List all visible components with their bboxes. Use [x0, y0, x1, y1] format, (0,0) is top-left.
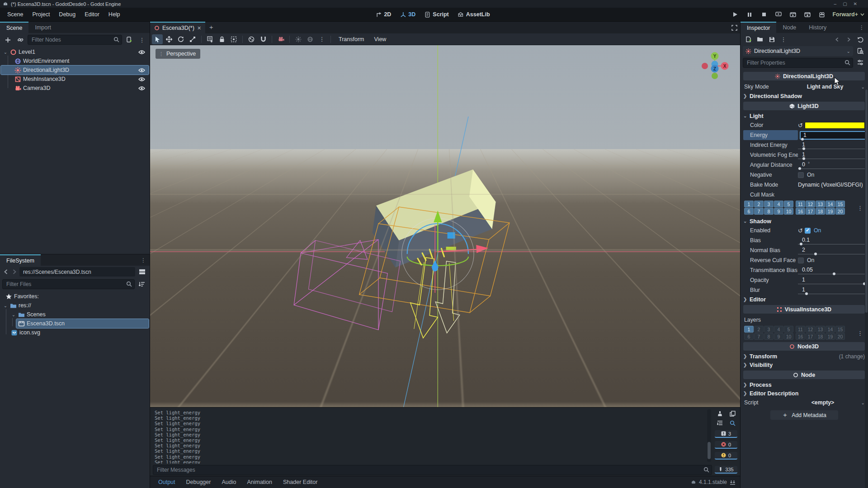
mask-cell-14[interactable]: 14 [826, 326, 835, 333]
mask-cell-13[interactable]: 13 [816, 201, 825, 207]
section-directional-shadow[interactable]: ❯Directional Shadow [743, 92, 865, 100]
energy-input[interactable] [800, 131, 868, 140]
collapse-duplicates-button[interactable] [715, 419, 725, 427]
scale-tool-button[interactable] [187, 34, 198, 44]
energy-slider-grabber[interactable] [801, 138, 804, 141]
inspector-dock-options-button[interactable]: ⋮ [855, 24, 868, 31]
mask-cell-19[interactable]: 19 [826, 208, 835, 215]
tree-row-level1[interactable]: ⌄ Level1 [1, 47, 149, 56]
bake-mode-dropdown[interactable]: Dynamic (VoxelGI/SDFGI) [798, 182, 865, 188]
view-menu[interactable]: View [370, 34, 391, 44]
section-transform[interactable]: ❯Transform (1 change) [743, 352, 865, 361]
tab-animation[interactable]: Animation [241, 479, 278, 485]
fs-row-scenes[interactable]: ⌄ Scenes [1, 310, 149, 319]
selectable-list-button[interactable] [205, 34, 216, 44]
group-button[interactable] [228, 34, 239, 44]
section-editor-description[interactable]: ❯Editor Description [743, 389, 865, 398]
preview-environment-button[interactable] [305, 34, 316, 44]
errors-filter-badge[interactable]: 0 [715, 441, 737, 449]
bias-slider[interactable]: 0.1 [798, 237, 865, 244]
mask-cell-12[interactable]: 12 [806, 201, 815, 207]
mask-cell-19[interactable]: 19 [826, 333, 835, 340]
script-dropdown[interactable]: <empty> ⌄ [798, 399, 865, 406]
expand-viewport-button[interactable] [731, 25, 737, 31]
inspector-scrollbar[interactable] [865, 89, 868, 488]
workspace-script[interactable]: Script [425, 11, 448, 18]
mask-cell-13[interactable]: 13 [816, 326, 825, 333]
tab-import[interactable]: Import [28, 22, 57, 33]
copy-output-button[interactable] [727, 409, 737, 418]
scene-tab-escena3d[interactable]: Escena3D(*) ✕ [150, 22, 205, 33]
section-shadow[interactable]: ⌄Shadow [743, 217, 865, 225]
search-output-button[interactable] [727, 419, 737, 427]
viewport-3d[interactable]: ⋮ Perspective Y X Z [150, 45, 740, 407]
workspace-assetlib[interactable]: AssetLib [458, 11, 490, 18]
mask-cell-18[interactable]: 18 [816, 208, 825, 215]
new-resource-button[interactable] [743, 34, 754, 44]
tab-audio[interactable]: Audio [216, 479, 241, 485]
mask-cell-2[interactable]: 2 [754, 201, 764, 207]
perspective-button[interactable]: ⋮ Perspective [156, 49, 200, 59]
mask-cell-8[interactable]: 8 [764, 208, 774, 215]
lock-button[interactable] [217, 34, 227, 44]
collapse-arrow-icon[interactable]: ⌄ [3, 50, 8, 55]
messages-filter-badge[interactable]: 3 [715, 430, 737, 438]
pause-button[interactable] [745, 11, 754, 18]
mask-cell-7[interactable]: 7 [754, 333, 764, 340]
workspace-3d[interactable]: 3D [400, 11, 415, 18]
preview-options-button[interactable]: ⋮ [316, 34, 327, 44]
indirect-energy-slider[interactable]: 1 [798, 141, 865, 149]
history-list-button[interactable] [855, 34, 866, 44]
menu-editor[interactable]: Editor [80, 8, 104, 21]
load-resource-button[interactable] [755, 34, 765, 44]
filter-nodes-input[interactable] [28, 35, 122, 45]
mask-cell-20[interactable]: 20 [835, 208, 845, 215]
tab-scene[interactable]: Scene [0, 22, 28, 33]
scene-tree-options-button[interactable]: ⋮ [137, 35, 147, 45]
category-light3d[interactable]: Light3D [743, 102, 865, 110]
mask-cell-10[interactable]: 10 [784, 208, 793, 215]
close-button[interactable]: ✕ [854, 1, 857, 6]
menu-project[interactable]: Project [28, 8, 54, 21]
angular-distance-slider[interactable]: 0 ° [798, 161, 865, 169]
visibility-eye-icon[interactable] [138, 86, 145, 91]
tab-history[interactable]: History [802, 22, 833, 33]
fs-row-favorites[interactable]: Favorites: [1, 292, 149, 301]
attach-script-button[interactable] [124, 35, 135, 45]
collapse-arrow-icon[interactable]: ⌄ [3, 303, 8, 308]
play-scene-button[interactable] [789, 11, 797, 18]
visibility-eye-icon[interactable] [138, 68, 145, 73]
section-process[interactable]: ❯Process [743, 380, 865, 389]
save-resource-button[interactable] [766, 34, 777, 44]
mask-cell-5[interactable]: 5 [784, 201, 793, 207]
movie-maker-button[interactable] [818, 11, 826, 18]
mask-cell-9[interactable]: 9 [774, 208, 783, 215]
mask-cell-9[interactable]: 9 [774, 333, 783, 340]
mask-cell-3[interactable]: 3 [764, 326, 774, 333]
mask-cell-20[interactable]: 20 [835, 333, 845, 340]
clear-output-button[interactable] [715, 409, 725, 418]
tab-debugger[interactable]: Debugger [181, 479, 217, 485]
mask-cell-1[interactable]: 1 [744, 201, 754, 207]
revert-icon[interactable]: ↺ [798, 227, 803, 234]
snap-toggle-button[interactable] [258, 34, 269, 44]
tree-row-meshinstance3d[interactable]: MeshInstance3D [1, 75, 149, 84]
transform-menu[interactable]: Transform [334, 34, 369, 44]
play-button[interactable] [731, 11, 739, 18]
mask-cell-5[interactable]: 5 [784, 326, 793, 333]
tab-node[interactable]: Node [776, 22, 802, 33]
add-metadata-button[interactable]: ＋Add Metadata [770, 410, 838, 420]
mask-cell-11[interactable]: 11 [796, 326, 805, 333]
mask-cell-2[interactable]: 2 [754, 326, 764, 333]
tab-inspector[interactable]: Inspector [741, 22, 776, 33]
section-visibility[interactable]: ❯Visibility [743, 361, 865, 369]
mask-cell-6[interactable]: 6 [744, 333, 754, 340]
workspace-2d[interactable]: 2D [376, 11, 391, 18]
resource-options-button[interactable]: ⋮ [778, 34, 789, 44]
tree-row-directionallight3d[interactable]: DirectionalLight3D [1, 66, 149, 75]
split-view-button[interactable] [137, 267, 147, 277]
tab-output[interactable]: Output [153, 479, 181, 485]
add-node-button[interactable] [2, 35, 13, 45]
visibility-eye-icon[interactable] [138, 77, 145, 82]
menu-help[interactable]: Help [104, 8, 125, 21]
